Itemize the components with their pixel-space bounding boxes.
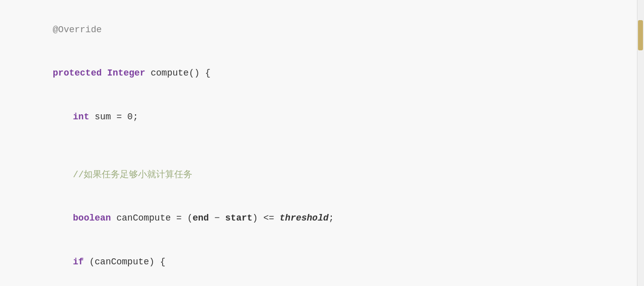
code-line-6: boolean canCompute = (end − start) <= th… xyxy=(40,196,634,240)
code-line-3: int sum = 0; xyxy=(40,95,634,138)
var-start-1: start xyxy=(225,213,252,223)
comment-1: //如果任务足够小就计算任务 xyxy=(73,170,193,180)
keyword-int-1: int xyxy=(73,112,89,122)
code-line-5: //如果任务足够小就计算任务 xyxy=(40,153,634,196)
code-content: @Override protected Integer compute() { … xyxy=(20,8,634,286)
keyword-protected: protected xyxy=(53,68,102,78)
keyword-boolean: boolean xyxy=(73,213,111,223)
keyword-if: if xyxy=(73,257,84,267)
vertical-scrollbar[interactable] xyxy=(637,0,644,286)
annotation-override: @Override xyxy=(53,25,102,35)
code-line-1: @Override xyxy=(20,8,634,51)
scrollbar-thumb[interactable] xyxy=(638,20,643,50)
code-line-4 xyxy=(20,138,634,153)
code-editor: @Override protected Integer compute() { … xyxy=(0,0,644,286)
code-line-8: for (int i = start; i <= end; i++) { xyxy=(60,283,634,286)
code-line-2: protected Integer compute() { xyxy=(20,51,634,95)
var-threshold: threshold xyxy=(279,213,328,223)
type-integer: Integer xyxy=(107,68,146,78)
var-end-1: end xyxy=(192,213,208,223)
code-line-7: if (canCompute) { xyxy=(40,240,634,283)
